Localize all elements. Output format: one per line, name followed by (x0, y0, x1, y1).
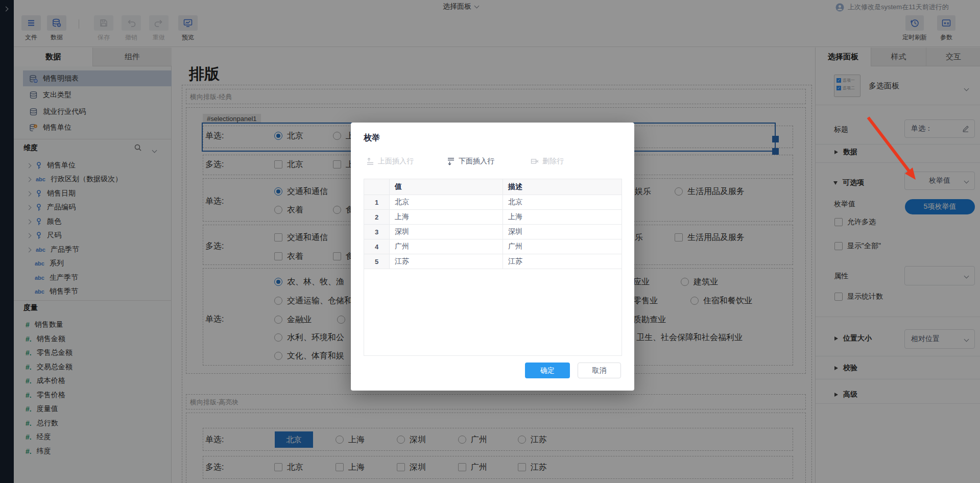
cancel-button[interactable]: 取消 (578, 363, 621, 378)
row-number-header (364, 179, 390, 195)
app-window: 文件 数据 保存 撤销 重做 (0, 0, 980, 483)
table-row[interactable]: 4 广州 广州 (364, 239, 622, 254)
insert-row-above-button: 上面插入行 (366, 157, 414, 166)
insert-row-below-button[interactable]: 下面插入行 (447, 157, 494, 166)
modal-title: 枚举 (364, 133, 380, 143)
value-cell[interactable]: 广州 (390, 239, 503, 254)
delete-row-button: 删除行 (531, 157, 564, 166)
desc-cell[interactable]: 深圳 (503, 225, 622, 239)
desc-cell[interactable]: 北京 (503, 195, 622, 209)
enum-table-header: 值 描述 (364, 179, 622, 195)
value-cell[interactable]: 北京 (390, 195, 503, 209)
enum-table: 值 描述 1 北京 北京 2 上海 上海 3 深圳 深圳 4 广州 广州 (364, 179, 622, 356)
enum-modal: 枚举 上面插入行 下面插入行 删除行 值 描述 1 北京 北京 (351, 123, 634, 391)
value-column-header: 值 (390, 179, 503, 195)
table-empty-area (364, 269, 622, 355)
insert-above-icon (366, 157, 374, 165)
ok-button[interactable]: 确定 (525, 363, 570, 378)
delete-row-icon (531, 157, 539, 165)
annotation-arrow (858, 110, 929, 186)
table-row[interactable]: 3 深圳 深圳 (364, 225, 622, 239)
insert-below-icon (447, 157, 455, 165)
table-row[interactable]: 5 江苏 江苏 (364, 254, 622, 269)
value-cell[interactable]: 江苏 (390, 254, 503, 269)
desc-cell[interactable]: 广州 (503, 239, 622, 254)
table-row[interactable]: 2 上海 上海 (364, 210, 622, 225)
desc-cell[interactable]: 上海 (503, 210, 622, 224)
value-cell[interactable]: 深圳 (390, 225, 503, 239)
desc-cell[interactable]: 江苏 (503, 254, 622, 269)
desc-column-header: 描述 (503, 179, 622, 195)
table-row[interactable]: 1 北京 北京 (364, 195, 622, 210)
value-cell[interactable]: 上海 (390, 210, 503, 224)
